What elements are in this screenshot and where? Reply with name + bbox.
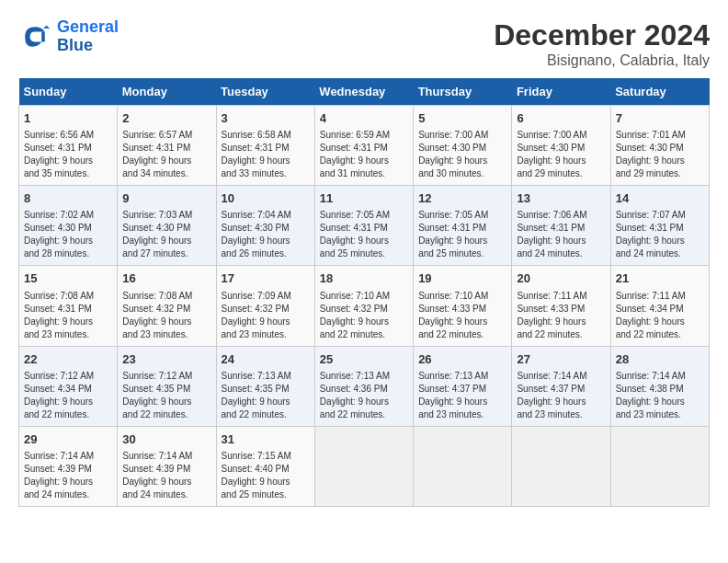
day-info: Sunrise: 6:59 AM Sunset: 4:31 PM Dayligh…	[320, 129, 408, 180]
day-number: 5	[418, 110, 506, 127]
week-row-5: 29Sunrise: 7:14 AM Sunset: 4:39 PM Dayli…	[19, 426, 710, 506]
day-cell: 4Sunrise: 6:59 AM Sunset: 4:31 PM Daylig…	[314, 106, 413, 186]
calendar-subtitle: Bisignano, Calabria, Italy	[494, 52, 710, 69]
day-number: 6	[517, 110, 605, 127]
day-info: Sunrise: 7:09 AM Sunset: 4:32 PM Dayligh…	[222, 290, 310, 341]
day-number: 25	[320, 351, 408, 368]
day-cell	[314, 426, 413, 506]
logo-text: General Blue	[57, 18, 119, 55]
header-saturday: Saturday	[610, 78, 709, 106]
header-tuesday: Tuesday	[216, 78, 314, 106]
day-number: 27	[517, 351, 605, 368]
week-row-4: 22Sunrise: 7:12 AM Sunset: 4:34 PM Dayli…	[19, 346, 710, 426]
day-cell: 30Sunrise: 7:14 AM Sunset: 4:39 PM Dayli…	[118, 426, 216, 506]
calendar-table: SundayMondayTuesdayWednesdayThursdayFrid…	[18, 78, 710, 507]
day-info: Sunrise: 6:58 AM Sunset: 4:31 PM Dayligh…	[222, 129, 310, 180]
day-number: 19	[418, 270, 506, 287]
day-cell: 1Sunrise: 6:56 AM Sunset: 4:31 PM Daylig…	[19, 106, 118, 186]
day-cell: 26Sunrise: 7:13 AM Sunset: 4:37 PM Dayli…	[414, 346, 512, 426]
day-cell: 15Sunrise: 7:08 AM Sunset: 4:31 PM Dayli…	[19, 266, 118, 346]
day-number: 17	[222, 270, 310, 287]
day-cell: 27Sunrise: 7:14 AM Sunset: 4:37 PM Dayli…	[512, 346, 610, 426]
day-number: 30	[122, 431, 210, 448]
day-info: Sunrise: 7:00 AM Sunset: 4:30 PM Dayligh…	[517, 129, 605, 180]
day-number: 26	[418, 351, 506, 368]
day-cell: 3Sunrise: 6:58 AM Sunset: 4:31 PM Daylig…	[216, 106, 314, 186]
day-info: Sunrise: 7:13 AM Sunset: 4:35 PM Dayligh…	[222, 370, 310, 421]
calendar-title: December 2024	[494, 18, 710, 52]
header-row: SundayMondayTuesdayWednesdayThursdayFrid…	[19, 78, 710, 106]
day-cell: 2Sunrise: 6:57 AM Sunset: 4:31 PM Daylig…	[118, 106, 216, 186]
day-cell: 7Sunrise: 7:01 AM Sunset: 4:30 PM Daylig…	[610, 106, 709, 186]
day-info: Sunrise: 7:14 AM Sunset: 4:39 PM Dayligh…	[24, 450, 112, 501]
day-number: 18	[320, 270, 408, 287]
day-info: Sunrise: 6:56 AM Sunset: 4:31 PM Dayligh…	[24, 129, 112, 180]
title-block: December 2024 Bisignano, Calabria, Italy	[494, 18, 710, 69]
day-number: 1	[24, 110, 112, 127]
day-info: Sunrise: 7:14 AM Sunset: 4:39 PM Dayligh…	[122, 450, 210, 501]
day-info: Sunrise: 7:15 AM Sunset: 4:40 PM Dayligh…	[222, 450, 310, 501]
day-cell: 20Sunrise: 7:11 AM Sunset: 4:33 PM Dayli…	[512, 266, 610, 346]
day-info: Sunrise: 7:10 AM Sunset: 4:32 PM Dayligh…	[320, 290, 408, 341]
day-info: Sunrise: 7:10 AM Sunset: 4:33 PM Dayligh…	[418, 290, 506, 341]
day-number: 21	[616, 270, 704, 287]
week-row-1: 1Sunrise: 6:56 AM Sunset: 4:31 PM Daylig…	[19, 106, 710, 186]
day-number: 3	[222, 110, 310, 127]
header-sunday: Sunday	[19, 78, 118, 106]
day-info: Sunrise: 7:04 AM Sunset: 4:30 PM Dayligh…	[222, 209, 310, 260]
day-cell	[512, 426, 610, 506]
day-info: Sunrise: 7:13 AM Sunset: 4:37 PM Dayligh…	[418, 370, 506, 421]
day-cell	[610, 426, 709, 506]
day-cell: 9Sunrise: 7:03 AM Sunset: 4:30 PM Daylig…	[118, 186, 216, 266]
week-row-3: 15Sunrise: 7:08 AM Sunset: 4:31 PM Dayli…	[19, 266, 710, 346]
day-info: Sunrise: 7:05 AM Sunset: 4:31 PM Dayligh…	[320, 209, 408, 260]
day-info: Sunrise: 7:08 AM Sunset: 4:31 PM Dayligh…	[24, 290, 112, 341]
week-row-2: 8Sunrise: 7:02 AM Sunset: 4:30 PM Daylig…	[19, 186, 710, 266]
day-number: 13	[517, 190, 605, 207]
day-number: 7	[616, 110, 704, 127]
page-header: General Blue December 2024 Bisignano, Ca…	[18, 18, 710, 69]
day-number: 4	[320, 110, 408, 127]
day-cell	[414, 426, 512, 506]
day-cell: 12Sunrise: 7:05 AM Sunset: 4:31 PM Dayli…	[414, 186, 512, 266]
day-cell: 16Sunrise: 7:08 AM Sunset: 4:32 PM Dayli…	[118, 266, 216, 346]
day-cell: 17Sunrise: 7:09 AM Sunset: 4:32 PM Dayli…	[216, 266, 314, 346]
svg-marker-0	[43, 25, 50, 29]
header-wednesday: Wednesday	[314, 78, 413, 106]
logo: General Blue	[18, 18, 119, 55]
day-info: Sunrise: 7:14 AM Sunset: 4:38 PM Dayligh…	[616, 370, 704, 421]
day-cell: 23Sunrise: 7:12 AM Sunset: 4:35 PM Dayli…	[118, 346, 216, 426]
day-info: Sunrise: 7:08 AM Sunset: 4:32 PM Dayligh…	[122, 290, 210, 341]
day-info: Sunrise: 7:13 AM Sunset: 4:36 PM Dayligh…	[320, 370, 408, 421]
day-number: 15	[24, 270, 112, 287]
day-number: 14	[616, 190, 704, 207]
day-cell: 13Sunrise: 7:06 AM Sunset: 4:31 PM Dayli…	[512, 186, 610, 266]
day-cell: 14Sunrise: 7:07 AM Sunset: 4:31 PM Dayli…	[610, 186, 709, 266]
day-info: Sunrise: 7:05 AM Sunset: 4:31 PM Dayligh…	[418, 209, 506, 260]
day-info: Sunrise: 7:02 AM Sunset: 4:30 PM Dayligh…	[24, 209, 112, 260]
day-number: 20	[517, 270, 605, 287]
day-number: 12	[418, 190, 506, 207]
day-info: Sunrise: 7:12 AM Sunset: 4:34 PM Dayligh…	[24, 370, 112, 421]
day-number: 29	[24, 431, 112, 448]
day-cell: 5Sunrise: 7:00 AM Sunset: 4:30 PM Daylig…	[414, 106, 512, 186]
day-number: 16	[122, 270, 210, 287]
day-number: 11	[320, 190, 408, 207]
day-number: 28	[616, 351, 704, 368]
header-monday: Monday	[118, 78, 216, 106]
day-number: 22	[24, 351, 112, 368]
day-info: Sunrise: 7:11 AM Sunset: 4:34 PM Dayligh…	[616, 290, 704, 341]
day-number: 2	[122, 110, 210, 127]
day-number: 10	[222, 190, 310, 207]
day-cell: 25Sunrise: 7:13 AM Sunset: 4:36 PM Dayli…	[314, 346, 413, 426]
day-cell: 6Sunrise: 7:00 AM Sunset: 4:30 PM Daylig…	[512, 106, 610, 186]
logo-icon	[18, 20, 51, 53]
day-info: Sunrise: 7:14 AM Sunset: 4:37 PM Dayligh…	[517, 370, 605, 421]
day-cell: 29Sunrise: 7:14 AM Sunset: 4:39 PM Dayli…	[19, 426, 118, 506]
header-thursday: Thursday	[414, 78, 512, 106]
day-number: 8	[24, 190, 112, 207]
day-cell: 31Sunrise: 7:15 AM Sunset: 4:40 PM Dayli…	[216, 426, 314, 506]
day-info: Sunrise: 7:00 AM Sunset: 4:30 PM Dayligh…	[418, 129, 506, 180]
day-info: Sunrise: 7:06 AM Sunset: 4:31 PM Dayligh…	[517, 209, 605, 260]
day-cell: 11Sunrise: 7:05 AM Sunset: 4:31 PM Dayli…	[314, 186, 413, 266]
